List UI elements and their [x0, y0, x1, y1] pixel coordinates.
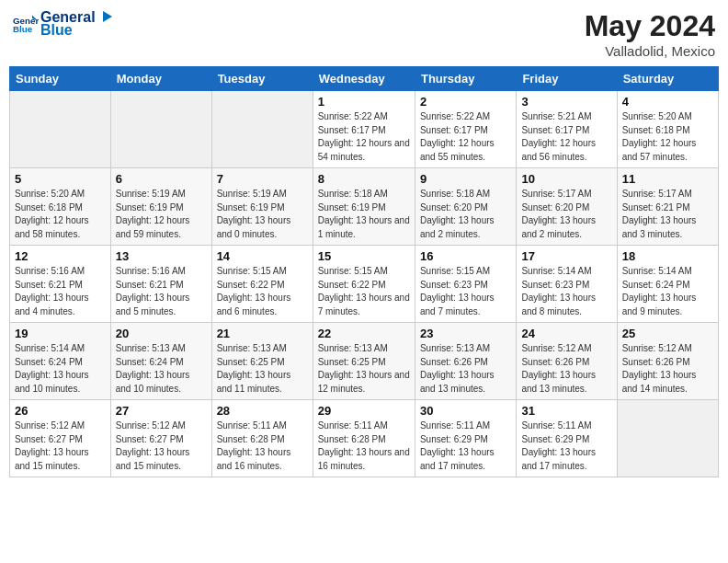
calendar-cell: 12Sunrise: 5:16 AMSunset: 6:21 PMDayligh… — [10, 246, 111, 323]
day-number: 31 — [521, 404, 611, 418]
calendar-cell: 18Sunrise: 5:14 AMSunset: 6:24 PMDayligh… — [617, 246, 718, 323]
day-info: Sunrise: 5:16 AMSunset: 6:21 PMDaylight:… — [116, 265, 207, 318]
calendar-week-row: 12Sunrise: 5:16 AMSunset: 6:21 PMDayligh… — [10, 246, 719, 323]
calendar-cell: 24Sunrise: 5:12 AMSunset: 6:26 PMDayligh… — [517, 323, 617, 400]
day-info: Sunrise: 5:11 AMSunset: 6:28 PMDaylight:… — [217, 419, 308, 473]
day-number: 20 — [116, 327, 207, 340]
day-number: 7 — [217, 172, 308, 186]
calendar-cell: 10Sunrise: 5:17 AMSunset: 6:20 PMDayligh… — [517, 168, 617, 246]
calendar-cell: 22Sunrise: 5:13 AMSunset: 6:25 PMDayligh… — [313, 323, 415, 400]
day-info: Sunrise: 5:13 AMSunset: 6:26 PMDaylight:… — [420, 342, 511, 396]
weekday-header-sunday: Sunday — [10, 67, 111, 91]
day-number: 4 — [622, 95, 713, 109]
day-number: 30 — [420, 404, 511, 418]
day-number: 14 — [217, 249, 308, 263]
day-number: 29 — [318, 404, 410, 418]
calendar-cell: 16Sunrise: 5:15 AMSunset: 6:23 PMDayligh… — [415, 246, 516, 323]
day-number: 5 — [15, 172, 106, 186]
day-info: Sunrise: 5:12 AMSunset: 6:26 PMDaylight:… — [622, 342, 713, 396]
day-number: 8 — [318, 172, 410, 186]
day-number: 13 — [116, 249, 207, 263]
day-info: Sunrise: 5:14 AMSunset: 6:24 PMDaylight:… — [622, 265, 713, 318]
day-info: Sunrise: 5:16 AMSunset: 6:21 PMDaylight:… — [15, 265, 106, 318]
title-block: May 2024 Valladolid, Mexico — [585, 9, 715, 59]
day-info: Sunrise: 5:11 AMSunset: 6:29 PMDaylight:… — [420, 419, 511, 473]
calendar-cell: 28Sunrise: 5:11 AMSunset: 6:28 PMDayligh… — [211, 400, 313, 477]
weekday-header-monday: Monday — [110, 67, 211, 91]
day-info: Sunrise: 5:15 AMSunset: 6:23 PMDaylight:… — [420, 265, 511, 318]
day-info: Sunrise: 5:19 AMSunset: 6:19 PMDaylight:… — [116, 188, 207, 241]
day-info: Sunrise: 5:14 AMSunset: 6:23 PMDaylight:… — [521, 265, 611, 318]
day-number: 26 — [15, 404, 106, 418]
day-info: Sunrise: 5:13 AMSunset: 6:24 PMDaylight:… — [116, 342, 207, 396]
day-info: Sunrise: 5:11 AMSunset: 6:29 PMDaylight:… — [521, 419, 611, 473]
calendar-cell — [10, 91, 111, 168]
calendar-cell: 1Sunrise: 5:22 AMSunset: 6:17 PMDaylight… — [313, 91, 415, 168]
logo: General Blue General Blue — [13, 9, 114, 39]
day-number: 3 — [521, 95, 611, 109]
calendar-week-row: 5Sunrise: 5:20 AMSunset: 6:18 PMDaylight… — [10, 168, 719, 246]
day-info: Sunrise: 5:19 AMSunset: 6:19 PMDaylight:… — [217, 188, 308, 241]
day-number: 25 — [622, 327, 713, 340]
logo-blue: Blue — [40, 22, 114, 39]
day-info: Sunrise: 5:12 AMSunset: 6:27 PMDaylight:… — [15, 419, 106, 473]
calendar-cell: 19Sunrise: 5:14 AMSunset: 6:24 PMDayligh… — [10, 323, 111, 400]
svg-text:Blue: Blue — [13, 24, 33, 34]
calendar-cell: 13Sunrise: 5:16 AMSunset: 6:21 PMDayligh… — [110, 246, 211, 323]
day-number: 2 — [420, 95, 511, 109]
day-number: 27 — [116, 404, 207, 418]
day-info: Sunrise: 5:11 AMSunset: 6:28 PMDaylight:… — [318, 419, 410, 473]
calendar-cell: 14Sunrise: 5:15 AMSunset: 6:22 PMDayligh… — [211, 246, 313, 323]
day-number: 22 — [318, 327, 410, 340]
calendar-week-row: 19Sunrise: 5:14 AMSunset: 6:24 PMDayligh… — [10, 323, 719, 400]
calendar-cell: 30Sunrise: 5:11 AMSunset: 6:29 PMDayligh… — [415, 400, 516, 477]
weekday-header-tuesday: Tuesday — [211, 67, 313, 91]
day-info: Sunrise: 5:17 AMSunset: 6:21 PMDaylight:… — [622, 188, 713, 241]
calendar-week-row: 26Sunrise: 5:12 AMSunset: 6:27 PMDayligh… — [10, 400, 719, 477]
day-info: Sunrise: 5:15 AMSunset: 6:22 PMDaylight:… — [318, 265, 410, 318]
day-number: 10 — [521, 172, 611, 186]
day-info: Sunrise: 5:14 AMSunset: 6:24 PMDaylight:… — [15, 342, 106, 396]
day-info: Sunrise: 5:13 AMSunset: 6:25 PMDaylight:… — [318, 342, 410, 396]
calendar-cell: 6Sunrise: 5:19 AMSunset: 6:19 PMDaylight… — [110, 168, 211, 246]
calendar-cell: 31Sunrise: 5:11 AMSunset: 6:29 PMDayligh… — [517, 400, 617, 477]
calendar-cell: 9Sunrise: 5:18 AMSunset: 6:20 PMDaylight… — [415, 168, 516, 246]
day-number: 1 — [318, 95, 410, 109]
calendar-header-row: SundayMondayTuesdayWednesdayThursdayFrid… — [10, 67, 719, 91]
calendar-cell: 21Sunrise: 5:13 AMSunset: 6:25 PMDayligh… — [211, 323, 313, 400]
calendar-cell — [110, 91, 211, 168]
weekday-header-thursday: Thursday — [415, 67, 516, 91]
day-info: Sunrise: 5:15 AMSunset: 6:22 PMDaylight:… — [217, 265, 308, 318]
day-info: Sunrise: 5:17 AMSunset: 6:20 PMDaylight:… — [521, 188, 611, 241]
day-number: 18 — [622, 249, 713, 263]
calendar-cell: 20Sunrise: 5:13 AMSunset: 6:24 PMDayligh… — [110, 323, 211, 400]
calendar-cell: 3Sunrise: 5:21 AMSunset: 6:17 PMDaylight… — [517, 91, 617, 168]
calendar-cell: 26Sunrise: 5:12 AMSunset: 6:27 PMDayligh… — [10, 400, 111, 477]
calendar-cell — [617, 400, 718, 477]
day-info: Sunrise: 5:20 AMSunset: 6:18 PMDaylight:… — [622, 110, 713, 164]
calendar-cell: 23Sunrise: 5:13 AMSunset: 6:26 PMDayligh… — [415, 323, 516, 400]
day-info: Sunrise: 5:18 AMSunset: 6:20 PMDaylight:… — [420, 188, 511, 241]
weekday-header-friday: Friday — [517, 67, 617, 91]
day-info: Sunrise: 5:22 AMSunset: 6:17 PMDaylight:… — [318, 110, 410, 164]
weekday-header-wednesday: Wednesday — [313, 67, 415, 91]
calendar-cell: 29Sunrise: 5:11 AMSunset: 6:28 PMDayligh… — [313, 400, 415, 477]
day-number: 23 — [420, 327, 511, 340]
day-number: 16 — [420, 249, 511, 263]
day-number: 19 — [15, 327, 106, 340]
calendar-cell: 11Sunrise: 5:17 AMSunset: 6:21 PMDayligh… — [617, 168, 718, 246]
calendar-cell: 4Sunrise: 5:20 AMSunset: 6:18 PMDaylight… — [617, 91, 718, 168]
day-number: 17 — [521, 249, 611, 263]
calendar-cell: 8Sunrise: 5:18 AMSunset: 6:19 PMDaylight… — [313, 168, 415, 246]
page-header: General Blue General Blue May 2024 Valla… — [9, 9, 719, 59]
svg-marker-3 — [103, 11, 112, 22]
calendar-cell: 5Sunrise: 5:20 AMSunset: 6:18 PMDaylight… — [10, 168, 111, 246]
calendar-table: SundayMondayTuesdayWednesdayThursdayFrid… — [9, 66, 719, 477]
month-year-title: May 2024 — [585, 9, 715, 43]
weekday-header-saturday: Saturday — [617, 67, 718, 91]
calendar-cell: 25Sunrise: 5:12 AMSunset: 6:26 PMDayligh… — [617, 323, 718, 400]
day-number: 15 — [318, 249, 410, 263]
day-info: Sunrise: 5:22 AMSunset: 6:17 PMDaylight:… — [420, 110, 511, 164]
calendar-cell: 17Sunrise: 5:14 AMSunset: 6:23 PMDayligh… — [517, 246, 617, 323]
day-info: Sunrise: 5:20 AMSunset: 6:18 PMDaylight:… — [15, 188, 106, 241]
